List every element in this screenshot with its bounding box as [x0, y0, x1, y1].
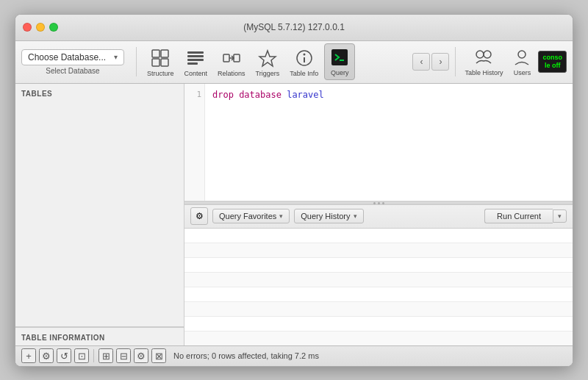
close-button[interactable]: [23, 23, 32, 32]
svg-rect-5: [187, 55, 204, 57]
db-select-label: Choose Database...: [28, 52, 106, 62]
triggers-label: Triggers: [256, 70, 280, 77]
db-select-button[interactable]: Choose Database... ▾: [21, 49, 124, 65]
keyword-database: database: [239, 90, 282, 100]
content-area: 1 drop database laravel ⚙ Query Favorite…: [184, 84, 573, 345]
query-favorites-label: Query Favorites: [219, 212, 276, 221]
favorites-arrow-icon: ▾: [279, 212, 283, 220]
gear-button[interactable]: ⚙: [190, 207, 208, 225]
run-current-button[interactable]: Run Current: [484, 209, 553, 223]
line-numbers: 1: [184, 84, 205, 201]
query-history-button[interactable]: Query History ▾: [294, 209, 363, 223]
run-dropdown-button[interactable]: ▾: [553, 209, 567, 223]
table-history-label: Table History: [465, 69, 503, 76]
result-row: [184, 229, 573, 243]
keyword-drop: drop: [212, 90, 234, 100]
settings-button[interactable]: ⚙: [134, 348, 148, 363]
result-row: [184, 273, 573, 287]
svg-rect-7: [187, 62, 198, 65]
query-icon: [329, 47, 350, 68]
content-icon: [185, 48, 206, 68]
tables-title: TABLES: [21, 90, 52, 98]
table-info-section: TABLE INFORMATION: [15, 327, 184, 345]
svg-rect-1: [161, 50, 168, 57]
filter-button[interactable]: ⊡: [74, 348, 89, 363]
relations-icon: [221, 48, 242, 68]
result-row: [184, 287, 573, 302]
svg-point-19: [518, 51, 526, 58]
run-current-label: Run Current: [497, 212, 541, 221]
svg-rect-0: [152, 50, 159, 57]
structure-button[interactable]: Structure: [143, 45, 179, 80]
add-button[interactable]: +: [21, 348, 36, 363]
result-row: [184, 317, 573, 331]
svg-marker-11: [259, 51, 276, 66]
tables-list[interactable]: [15, 101, 184, 326]
table-view-button[interactable]: ⊞: [98, 348, 113, 363]
svg-rect-4: [187, 51, 204, 54]
refresh-button[interactable]: ↺: [57, 348, 71, 363]
query-editor[interactable]: 1 drop database laravel: [184, 84, 573, 201]
minimize-button[interactable]: [36, 23, 45, 32]
statusbar-gear-button[interactable]: ⚙: [39, 348, 54, 363]
statusbar-separator: [93, 349, 94, 362]
triggers-icon: [257, 48, 278, 68]
result-row: [184, 331, 573, 345]
export-button[interactable]: ⊠: [151, 348, 166, 363]
main-window: (MySQL 5.7.12) 127.0.0.1 Choose Database…: [15, 14, 573, 367]
toolbar-separator: [136, 47, 137, 76]
users-button[interactable]: Users: [509, 46, 535, 78]
table-history-button[interactable]: Table History: [462, 46, 506, 78]
result-row: [184, 302, 573, 317]
query-favorites-button[interactable]: Query Favorites ▾: [212, 209, 290, 223]
content-button[interactable]: Content: [180, 45, 212, 80]
svg-rect-2: [152, 59, 159, 66]
window-title: (MySQL 5.7.12) 127.0.0.1: [243, 22, 345, 32]
relations-button[interactable]: Relations: [213, 45, 250, 80]
users-label: Users: [514, 69, 531, 76]
svg-point-17: [476, 51, 484, 58]
query-button[interactable]: Query: [324, 43, 355, 80]
content-label: Content: [184, 70, 208, 77]
nav-back-button[interactable]: ‹: [412, 53, 430, 71]
statusbar-icons-right: ⊞ ⊟ ⚙ ⊠: [98, 348, 166, 363]
nav-buttons: ‹ ›: [412, 53, 449, 71]
svg-rect-8: [223, 54, 229, 62]
query-toolbar: ⚙ Query Favorites ▾ Query History ▾ Run …: [184, 205, 573, 229]
identifier-laravel: laravel: [287, 90, 324, 100]
relations-label: Relations: [218, 70, 245, 77]
image-view-button[interactable]: ⊟: [116, 348, 131, 363]
svg-point-18: [484, 51, 491, 58]
result-row: [184, 243, 573, 258]
svg-rect-9: [234, 54, 240, 62]
select-database-label: Select Database: [46, 67, 99, 75]
run-button-container: Run Current ▾: [484, 209, 567, 223]
console-label: console off: [542, 54, 562, 69]
svg-rect-3: [161, 59, 168, 66]
query-label: Query: [331, 69, 349, 76]
run-dropdown-icon: ▾: [558, 212, 562, 220]
titlebar: (MySQL 5.7.12) 127.0.0.1: [15, 15, 573, 41]
maximize-button[interactable]: [49, 23, 58, 32]
results-rows: [184, 229, 573, 345]
toolbar-right: ‹ › Table History: [412, 46, 567, 78]
results-area[interactable]: [184, 229, 573, 345]
toolbar-nav-group: Structure Content: [143, 43, 355, 80]
sidebar: TABLES TABLE INFORMATION: [15, 84, 184, 345]
nav-forward-button[interactable]: ›: [431, 53, 449, 71]
tables-section: TABLES: [15, 84, 184, 101]
table-info-label: Table Info: [290, 70, 318, 77]
chevron-down-icon: ▾: [114, 53, 118, 61]
status-message: No errors; 0 rows affected, taking 7.2 m…: [173, 351, 319, 360]
editor-content[interactable]: drop database laravel: [205, 84, 573, 201]
table-info-icon: [294, 48, 315, 68]
svg-point-14: [303, 54, 305, 56]
console-button[interactable]: console off: [538, 51, 567, 73]
toolbar-sep-right: [455, 47, 456, 76]
resize-dots: [373, 202, 384, 204]
history-arrow-icon: ▾: [354, 212, 357, 220]
svg-rect-6: [187, 59, 204, 61]
toolbar: Choose Database... ▾ Select Database Str…: [15, 41, 573, 84]
table-info-button[interactable]: Table Info: [285, 45, 323, 80]
triggers-button[interactable]: Triggers: [251, 45, 284, 80]
